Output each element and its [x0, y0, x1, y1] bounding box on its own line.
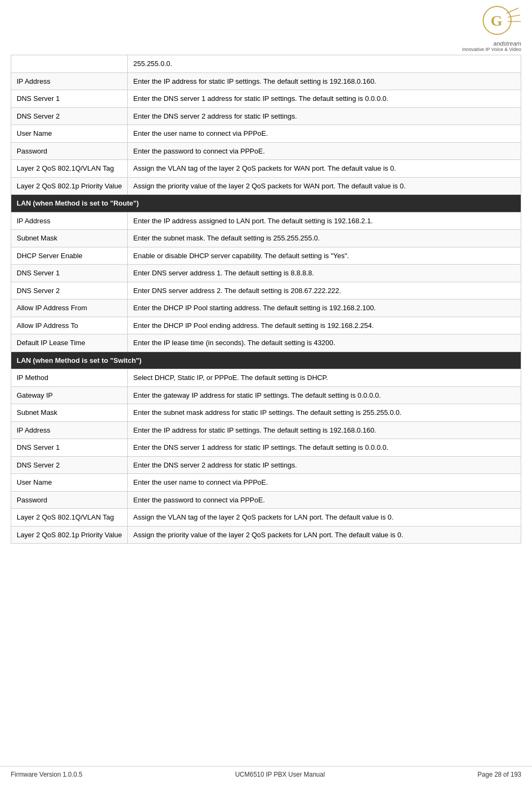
table-row: IP Address Enter the IP address for stat…	[11, 72, 521, 90]
table-row: Subnet Mask Enter the subnet mask addres…	[11, 404, 521, 422]
cell-label: DNS Server 2	[11, 107, 128, 125]
cell-value: Assign the priority value of the layer 2…	[128, 526, 521, 544]
cell-value: Assign the priority value of the layer 2…	[128, 177, 521, 195]
cell-value: Enter the password to connect via PPPoE.	[128, 142, 521, 160]
cell-label: IP Address	[11, 421, 128, 439]
settings-table: 255.255.0.0. IP Address Enter the IP add…	[11, 55, 521, 544]
cell-label: Password	[11, 142, 128, 160]
cell-value: Enter DNS server address 1. The default …	[128, 265, 521, 282]
cell-value: Assign the VLAN tag of the layer 2 QoS p…	[128, 509, 521, 527]
section-header-route: LAN (when Method is set to "Route")	[11, 195, 521, 213]
cell-value: Select DHCP, Static IP, or PPPoE. The de…	[128, 369, 521, 387]
cell-value: Enter the DNS server 2 address for stati…	[128, 456, 521, 474]
table-row: Subnet Mask Enter the subnet mask. The d…	[11, 230, 521, 247]
cell-value: Enter the IP address assigned to LAN por…	[128, 212, 521, 230]
cell-value: Enter the user name to connect via PPPoE…	[128, 474, 521, 492]
cell-label: Gateway IP	[11, 386, 128, 404]
cell-label	[11, 55, 128, 73]
logo-brand: andstream	[493, 40, 521, 47]
table-row: Layer 2 QoS 802.1Q/VLAN Tag Assign the V…	[11, 160, 521, 178]
logo-area: G andstream Innovative IP Voice & Video	[462, 5, 521, 52]
cell-label: Password	[11, 491, 128, 509]
table-row: Password Enter the password to connect v…	[11, 491, 521, 509]
table-row: Layer 2 QoS 802.1p Priority Value Assign…	[11, 177, 521, 195]
table-row: Allow IP Address To Enter the DHCP IP Po…	[11, 317, 521, 334]
cell-label: User Name	[11, 125, 128, 143]
page-header: G andstream Innovative IP Voice & Video	[0, 0, 532, 55]
cell-label: Layer 2 QoS 802.1Q/VLAN Tag	[11, 509, 128, 527]
cell-value: Enter the password to connect via PPPoE.	[128, 491, 521, 509]
cell-value: Assign the VLAN tag of the layer 2 QoS p…	[128, 160, 521, 178]
cell-label: Default IP Lease Time	[11, 334, 128, 352]
cell-value: Enter the DNS server 1 address for stati…	[128, 90, 521, 108]
table-row: Default IP Lease Time Enter the IP lease…	[11, 334, 521, 352]
table-row: DNS Server 1 Enter DNS server address 1.…	[11, 265, 521, 282]
cell-label: DHCP Server Enable	[11, 247, 128, 265]
table-row: DHCP Server Enable Enable or disable DHC…	[11, 247, 521, 265]
table-row: DNS Server 2 Enter DNS server address 2.…	[11, 282, 521, 299]
cell-value: 255.255.0.0.	[128, 55, 521, 73]
cell-label: User Name	[11, 474, 128, 492]
cell-value: Enter the subnet mask address for static…	[128, 404, 521, 422]
main-content: 255.255.0.0. IP Address Enter the IP add…	[0, 55, 532, 544]
footer-page: Page 28 of 193	[478, 771, 521, 778]
table-row: 255.255.0.0.	[11, 55, 521, 73]
cell-value: Enter the DHCP IP Pool starting address.…	[128, 299, 521, 317]
cell-value: Enter the IP address for static IP setti…	[128, 421, 521, 439]
cell-label: Layer 2 QoS 802.1Q/VLAN Tag	[11, 160, 128, 178]
footer-firmware: Firmware Version 1.0.0.5	[11, 771, 82, 778]
cell-value: Enter the subnet mask. The default setti…	[128, 230, 521, 247]
cell-value: Enter the IP address for static IP setti…	[128, 72, 521, 90]
table-row: Layer 2 QoS 802.1p Priority Value Assign…	[11, 526, 521, 544]
cell-label: DNS Server 1	[11, 265, 128, 282]
page-footer: Firmware Version 1.0.0.5 UCM6510 IP PBX …	[0, 766, 532, 778]
table-row: IP Address Enter the IP address for stat…	[11, 421, 521, 439]
section-title-switch: LAN (when Method is set to "Switch")	[11, 352, 521, 369]
cell-label: Allow IP Address To	[11, 317, 128, 334]
cell-value: Enter the DNS server 2 address for stati…	[128, 107, 521, 125]
svg-text:G: G	[491, 12, 502, 29]
table-row: IP Address Enter the IP address assigned…	[11, 212, 521, 230]
cell-value: Enter the gateway IP address for static …	[128, 386, 521, 404]
table-row: DNS Server 1 Enter the DNS server 1 addr…	[11, 90, 521, 108]
cell-value: Enable or disable DHCP server capability…	[128, 247, 521, 265]
cell-label: Layer 2 QoS 802.1p Priority Value	[11, 177, 128, 195]
table-row: DNS Server 2 Enter the DNS server 2 addr…	[11, 456, 521, 474]
table-row: User Name Enter the user name to connect…	[11, 474, 521, 492]
table-row: User Name Enter the user name to connect…	[11, 125, 521, 143]
footer-product: UCM6510 IP PBX User Manual	[235, 771, 325, 778]
logo-tagline: Innovative IP Voice & Video	[462, 47, 521, 52]
svg-line-2	[506, 8, 519, 13]
cell-value: Enter the DHCP IP Pool ending address. T…	[128, 317, 521, 334]
table-row: IP Method Select DHCP, Static IP, or PPP…	[11, 369, 521, 387]
cell-value: Enter the IP lease time (in seconds). Th…	[128, 334, 521, 352]
cell-label: Subnet Mask	[11, 404, 128, 422]
cell-value: Enter the user name to connect via PPPoE…	[128, 125, 521, 143]
table-row: DNS Server 2 Enter the DNS server 2 addr…	[11, 107, 521, 125]
cell-value: Enter the DNS server 1 address for stati…	[128, 439, 521, 457]
cell-label: IP Address	[11, 212, 128, 230]
cell-label: IP Address	[11, 72, 128, 90]
table-row: Allow IP Address From Enter the DHCP IP …	[11, 299, 521, 317]
cell-label: DNS Server 2	[11, 282, 128, 299]
cell-label: Allow IP Address From	[11, 299, 128, 317]
cell-label: Subnet Mask	[11, 230, 128, 247]
table-row: Gateway IP Enter the gateway IP address …	[11, 386, 521, 404]
section-title-route: LAN (when Method is set to "Route")	[11, 195, 521, 213]
section-header-switch: LAN (when Method is set to "Switch")	[11, 352, 521, 369]
table-row: Password Enter the password to connect v…	[11, 142, 521, 160]
cell-label: IP Method	[11, 369, 128, 387]
cell-label: DNS Server 2	[11, 456, 128, 474]
cell-label: DNS Server 1	[11, 90, 128, 108]
table-row: DNS Server 1 Enter the DNS server 1 addr…	[11, 439, 521, 457]
cell-label: Layer 2 QoS 802.1p Priority Value	[11, 526, 128, 544]
cell-value: Enter DNS server address 2. The default …	[128, 282, 521, 299]
cell-label: DNS Server 1	[11, 439, 128, 457]
grandstream-logo: G	[473, 5, 521, 40]
table-row: Layer 2 QoS 802.1Q/VLAN Tag Assign the V…	[11, 509, 521, 527]
